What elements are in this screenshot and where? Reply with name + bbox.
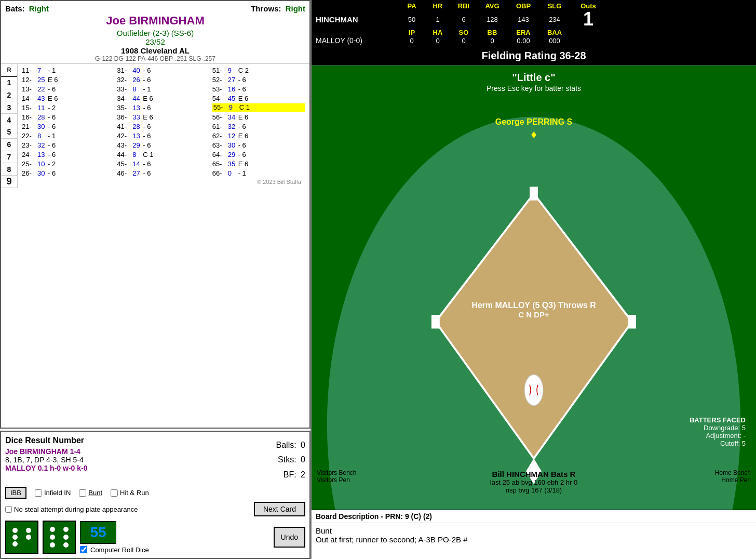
svg-point-10 [63, 542, 69, 548]
svg-point-3 [26, 535, 31, 540]
slg-val: 234 [539, 16, 570, 23]
row-num-2: 2 [1, 89, 17, 102]
result-item: 32-26 - 6 [117, 75, 210, 84]
so-label: SO [451, 29, 477, 36]
result-item: 52-27 - 6 [212, 75, 305, 84]
slg-label: SLG [539, 2, 570, 10]
copyright: © 2023 Bill Staffa [22, 178, 305, 186]
row-num-6: 6 [1, 139, 17, 151]
batters-faced-label: BATTERS FACED [690, 416, 746, 424]
dice-title: Dice Result Number [5, 436, 87, 445]
board-result-line2: Out at first; runner to second; A-3B PO-… [316, 535, 752, 544]
outs-val: 1 [570, 10, 606, 29]
ha-val: 0 [425, 37, 451, 45]
row-num-r: R [1, 64, 17, 77]
balls-row: Balls: 0 [276, 438, 305, 453]
row-num-3: 3 [1, 101, 17, 114]
baa-label: BAA [539, 29, 570, 36]
era-label: ERA [508, 29, 539, 36]
throws-label: Throws: Right [251, 4, 305, 13]
result-item: 35-13 - 6 [117, 103, 210, 112]
visitors-area: Visitors Bench Visitors Pen [317, 469, 356, 484]
computer-roll-checkbox[interactable] [80, 546, 87, 553]
hit-run-checkbox[interactable]: Hit & Run [111, 489, 149, 497]
result-item: 15-11 - 2 [22, 103, 115, 112]
adjustment-label: Adjustment: - [690, 432, 746, 440]
ip-val: 0 [399, 37, 425, 45]
little-c-title: "Little c" [312, 72, 756, 84]
fielding-rating-bar: Fielding Rating 36-28 [312, 47, 756, 65]
score-pitcher-labels-row: IP HA SO BB ERA BAA [316, 29, 752, 36]
result-item: 23-32 - 6 [22, 141, 115, 150]
stks-val: 0 [301, 455, 305, 464]
row-num-5: 5 [1, 126, 17, 139]
infield-in-checkbox[interactable]: Infield IN [35, 489, 71, 497]
nosteal-checkbox[interactable]: No steal attempt during plate appearance [5, 505, 138, 513]
row-numbers: R 1 2 3 4 5 6 7 8 9 [1, 64, 18, 188]
bunt-checkbox[interactable]: Bunt [79, 489, 102, 497]
diamond-icon: ♦ [312, 128, 756, 141]
visitors-pen: Visitors Pen [317, 476, 356, 484]
result-item: 33-8 - 1 [117, 85, 210, 94]
results-grid: 11-7 - 131-40 - 651-9 C 212-25 E 632-26 … [22, 66, 305, 178]
result-item: 22-8 - 1 [22, 131, 115, 140]
score-labels-row: PA HR RBI AVG OBP SLG Outs [316, 2, 752, 10]
board-description: Board Description - PRN: 9 (C) (2) [312, 510, 756, 523]
computer-roll-label: Computer Roll Dice [90, 546, 149, 554]
result-item: 21-30 - 6 [22, 122, 115, 131]
svg-point-9 [50, 542, 55, 548]
result-item: 25-10 - 2 [22, 159, 115, 168]
result-item: 42-13 - 6 [117, 131, 210, 140]
row-num-1: 1 [1, 77, 17, 89]
player-ratio: 23/52 [5, 37, 305, 46]
avg-val: 128 [477, 16, 508, 23]
result-item: 62-12 E 6 [212, 131, 305, 140]
home-bench: Home Bench [715, 469, 751, 476]
result-item: 26-30 - 6 [22, 169, 115, 178]
row-num-4: 4 [1, 114, 17, 126]
ibb-button[interactable]: IBB [5, 487, 26, 499]
result-item: 11-7 - 1 [22, 66, 115, 75]
result-item: 34-44 E 6 [117, 94, 210, 103]
rbi-val: 6 [451, 16, 477, 23]
result-item: 44-8 C 1 [117, 150, 210, 159]
result-item: 14-43 E 6 [22, 94, 115, 103]
svg-point-7 [50, 535, 55, 540]
undo-button[interactable]: Undo [274, 527, 305, 548]
card-body: R 1 2 3 4 5 6 7 8 9 11-7 - 131-40 - 651-… [1, 64, 309, 188]
field-area: "Little c" Press Esc key for batter stat… [312, 65, 756, 510]
result-item: 43-29 - 6 [117, 141, 210, 150]
batter-line3: risp bvg 167 (3/18) [312, 486, 756, 494]
score-batter-row: HINCHMAN 50 1 6 128 143 234 1 [316, 10, 752, 29]
svg-point-5 [50, 527, 55, 532]
hr-val: 1 [425, 16, 451, 23]
outfielder-area: George PERRING S ♦ [312, 117, 756, 141]
row-num-7: 7 [1, 151, 17, 164]
era-val: 0.00 [508, 37, 539, 45]
score-pitcher-vals-row: MALLOY (0-0) 0 0 0 0 0.00 000 [316, 36, 752, 45]
result-item: 65-35 E 6 [212, 159, 305, 168]
board-result: Bunt Out at first; runner to second; A-3… [312, 523, 756, 559]
player-name: Joe BIRMINGHAM [5, 14, 305, 28]
player-card: Bats: Right Throws: Right Joe BIRMINGHAM… [0, 0, 310, 429]
ha-label: HA [425, 29, 451, 36]
bf-row: BF: 2 [276, 468, 305, 483]
die-2 [43, 521, 76, 554]
bats-throws-row: Bats: Right Throws: Right [5, 4, 305, 13]
so-val: 0 [451, 37, 477, 45]
results-section: 11-7 - 131-40 - 651-9 C 212-25 E 632-26 … [18, 64, 309, 188]
pitcher-area: Herm MALLOY (5 Q3) Throws R C N DP+ [312, 301, 756, 319]
result-item: 45-14 - 6 [117, 159, 210, 168]
result-item: 51-9 C 2 [212, 66, 305, 75]
pitcher-info-line2: C N DP+ [312, 310, 756, 319]
obp-label: OBP [508, 2, 539, 10]
bb-label: BB [477, 29, 508, 36]
player-stats: G-122 DG-122 PA-446 OBP-.251 SLG-.257 [5, 55, 305, 62]
die-1 [5, 521, 38, 554]
visitors-bench: Visitors Bench [317, 469, 356, 476]
next-card-button[interactable]: Next Card [254, 502, 305, 516]
result-item: 46-27 - 6 [117, 169, 210, 178]
bottom-section: Dice Result Number Joe BIRMINGHAM 1-4 8,… [0, 431, 310, 559]
svg-point-2 [12, 535, 18, 540]
svg-point-22 [524, 375, 543, 405]
